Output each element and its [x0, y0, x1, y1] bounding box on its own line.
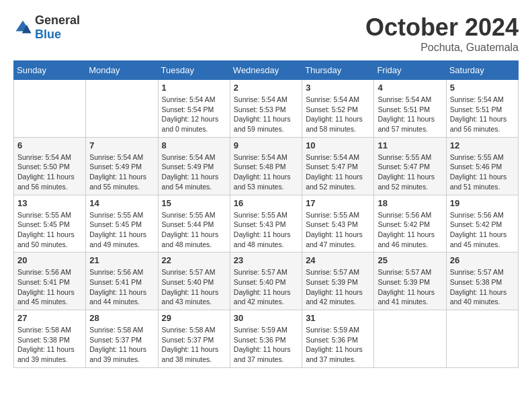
day-number: 19 [450, 198, 515, 208]
calendar-cell: 25Sunrise: 5:57 AM Sunset: 5:39 PM Dayli… [374, 253, 446, 310]
day-number: 5 [450, 83, 515, 93]
calendar-cell: 10Sunrise: 5:54 AM Sunset: 5:47 PM Dayli… [302, 137, 374, 195]
day-number: 7 [89, 140, 154, 150]
calendar-cell: 3Sunrise: 5:54 AM Sunset: 5:52 PM Daylig… [302, 80, 374, 138]
day-number: 23 [234, 255, 298, 265]
day-number: 9 [234, 140, 298, 150]
day-info: Sunrise: 5:54 AM Sunset: 5:52 PM Dayligh… [306, 95, 370, 134]
calendar-cell [374, 310, 446, 368]
day-info: Sunrise: 5:55 AM Sunset: 5:46 PM Dayligh… [450, 152, 515, 192]
day-info: Sunrise: 5:57 AM Sunset: 5:39 PM Dayligh… [378, 267, 442, 307]
day-header-wednesday: Wednesday [230, 61, 302, 80]
calendar-cell: 22Sunrise: 5:57 AM Sunset: 5:40 PM Dayli… [158, 253, 230, 310]
calendar-cell: 23Sunrise: 5:57 AM Sunset: 5:40 PM Dayli… [230, 253, 302, 310]
day-info: Sunrise: 5:54 AM Sunset: 5:47 PM Dayligh… [306, 152, 370, 192]
week-row-4: 20Sunrise: 5:56 AM Sunset: 5:41 PM Dayli… [14, 253, 519, 310]
day-info: Sunrise: 5:58 AM Sunset: 5:38 PM Dayligh… [17, 325, 82, 365]
calendar-cell: 26Sunrise: 5:57 AM Sunset: 5:38 PM Dayli… [446, 253, 518, 310]
day-number: 29 [162, 313, 226, 323]
day-info: Sunrise: 5:57 AM Sunset: 5:40 PM Dayligh… [234, 267, 298, 307]
day-number: 18 [378, 198, 442, 208]
calendar-cell: 27Sunrise: 5:58 AM Sunset: 5:38 PM Dayli… [14, 310, 86, 368]
day-number: 31 [306, 313, 370, 323]
day-info: Sunrise: 5:59 AM Sunset: 5:36 PM Dayligh… [234, 325, 298, 365]
calendar-cell [86, 80, 158, 138]
day-number: 8 [162, 140, 226, 150]
day-info: Sunrise: 5:54 AM Sunset: 5:54 PM Dayligh… [162, 95, 226, 134]
day-info: Sunrise: 5:56 AM Sunset: 5:41 PM Dayligh… [17, 267, 82, 307]
day-info: Sunrise: 5:56 AM Sunset: 5:42 PM Dayligh… [450, 210, 515, 250]
header-row: SundayMondayTuesdayWednesdayThursdayFrid… [14, 61, 519, 80]
day-info: Sunrise: 5:55 AM Sunset: 5:43 PM Dayligh… [234, 210, 298, 250]
day-number: 2 [234, 83, 298, 93]
day-info: Sunrise: 5:58 AM Sunset: 5:37 PM Dayligh… [162, 325, 226, 365]
month-title: October 2024 [365, 13, 519, 42]
calendar-cell: 31Sunrise: 5:59 AM Sunset: 5:36 PM Dayli… [302, 310, 374, 368]
calendar-cell: 1Sunrise: 5:54 AM Sunset: 5:54 PM Daylig… [158, 80, 230, 138]
calendar-cell [14, 80, 86, 138]
calendar-cell: 6Sunrise: 5:54 AM Sunset: 5:50 PM Daylig… [14, 137, 86, 195]
day-number: 4 [378, 83, 442, 93]
day-number: 6 [17, 140, 82, 150]
logo-general: General [35, 13, 80, 27]
day-info: Sunrise: 5:55 AM Sunset: 5:44 PM Dayligh… [162, 210, 226, 250]
day-number: 15 [162, 198, 226, 208]
day-number: 25 [378, 255, 442, 265]
day-info: Sunrise: 5:55 AM Sunset: 5:45 PM Dayligh… [17, 210, 82, 250]
logo-blue: Blue [35, 28, 61, 41]
day-info: Sunrise: 5:59 AM Sunset: 5:36 PM Dayligh… [306, 325, 370, 365]
logo: General Blue [13, 13, 80, 42]
logo-icon [13, 18, 32, 37]
day-info: Sunrise: 5:54 AM Sunset: 5:48 PM Dayligh… [234, 152, 298, 192]
calendar-cell: 7Sunrise: 5:54 AM Sunset: 5:49 PM Daylig… [86, 137, 158, 195]
day-number: 10 [306, 140, 370, 150]
day-info: Sunrise: 5:57 AM Sunset: 5:38 PM Dayligh… [450, 267, 515, 307]
day-number: 28 [89, 313, 154, 323]
day-number: 16 [234, 198, 298, 208]
day-info: Sunrise: 5:54 AM Sunset: 5:53 PM Dayligh… [234, 95, 298, 134]
day-info: Sunrise: 5:54 AM Sunset: 5:50 PM Dayligh… [17, 152, 82, 192]
calendar-cell: 13Sunrise: 5:55 AM Sunset: 5:45 PM Dayli… [14, 195, 86, 253]
calendar-cell: 19Sunrise: 5:56 AM Sunset: 5:42 PM Dayli… [446, 195, 518, 253]
day-header-saturday: Saturday [446, 61, 518, 80]
day-header-tuesday: Tuesday [158, 61, 230, 80]
calendar-cell: 24Sunrise: 5:57 AM Sunset: 5:39 PM Dayli… [302, 253, 374, 310]
calendar-cell: 14Sunrise: 5:55 AM Sunset: 5:45 PM Dayli… [86, 195, 158, 253]
title-block: October 2024 Pochuta, Guatemala [365, 13, 519, 54]
day-info: Sunrise: 5:55 AM Sunset: 5:47 PM Dayligh… [378, 152, 442, 192]
day-header-sunday: Sunday [14, 61, 86, 80]
week-row-2: 6Sunrise: 5:54 AM Sunset: 5:50 PM Daylig… [14, 137, 519, 195]
day-info: Sunrise: 5:54 AM Sunset: 5:51 PM Dayligh… [378, 95, 442, 134]
calendar-cell: 12Sunrise: 5:55 AM Sunset: 5:46 PM Dayli… [446, 137, 518, 195]
calendar-cell: 29Sunrise: 5:58 AM Sunset: 5:37 PM Dayli… [158, 310, 230, 368]
day-number: 26 [450, 255, 515, 265]
day-info: Sunrise: 5:57 AM Sunset: 5:40 PM Dayligh… [162, 267, 226, 307]
calendar-cell: 4Sunrise: 5:54 AM Sunset: 5:51 PM Daylig… [374, 80, 446, 138]
day-number: 14 [89, 198, 154, 208]
day-header-friday: Friday [374, 61, 446, 80]
day-number: 22 [162, 255, 226, 265]
day-number: 24 [306, 255, 370, 265]
day-number: 3 [306, 83, 370, 93]
day-header-monday: Monday [86, 61, 158, 80]
day-info: Sunrise: 5:54 AM Sunset: 5:49 PM Dayligh… [162, 152, 226, 192]
day-info: Sunrise: 5:58 AM Sunset: 5:37 PM Dayligh… [89, 325, 154, 365]
week-row-5: 27Sunrise: 5:58 AM Sunset: 5:38 PM Dayli… [14, 310, 519, 368]
calendar-cell: 20Sunrise: 5:56 AM Sunset: 5:41 PM Dayli… [14, 253, 86, 310]
day-info: Sunrise: 5:55 AM Sunset: 5:43 PM Dayligh… [306, 210, 370, 250]
day-info: Sunrise: 5:56 AM Sunset: 5:41 PM Dayligh… [89, 267, 154, 307]
day-number: 11 [378, 140, 442, 150]
calendar-cell: 5Sunrise: 5:54 AM Sunset: 5:51 PM Daylig… [446, 80, 518, 138]
day-header-thursday: Thursday [302, 61, 374, 80]
calendar-cell: 18Sunrise: 5:56 AM Sunset: 5:42 PM Dayli… [374, 195, 446, 253]
day-number: 21 [89, 255, 154, 265]
calendar-cell [446, 310, 518, 368]
calendar-cell: 15Sunrise: 5:55 AM Sunset: 5:44 PM Dayli… [158, 195, 230, 253]
week-row-3: 13Sunrise: 5:55 AM Sunset: 5:45 PM Dayli… [14, 195, 519, 253]
location: Pochuta, Guatemala [365, 42, 519, 54]
day-number: 13 [17, 198, 82, 208]
calendar-cell: 28Sunrise: 5:58 AM Sunset: 5:37 PM Dayli… [86, 310, 158, 368]
day-number: 27 [17, 313, 82, 323]
calendar-cell: 30Sunrise: 5:59 AM Sunset: 5:36 PM Dayli… [230, 310, 302, 368]
calendar-cell: 11Sunrise: 5:55 AM Sunset: 5:47 PM Dayli… [374, 137, 446, 195]
